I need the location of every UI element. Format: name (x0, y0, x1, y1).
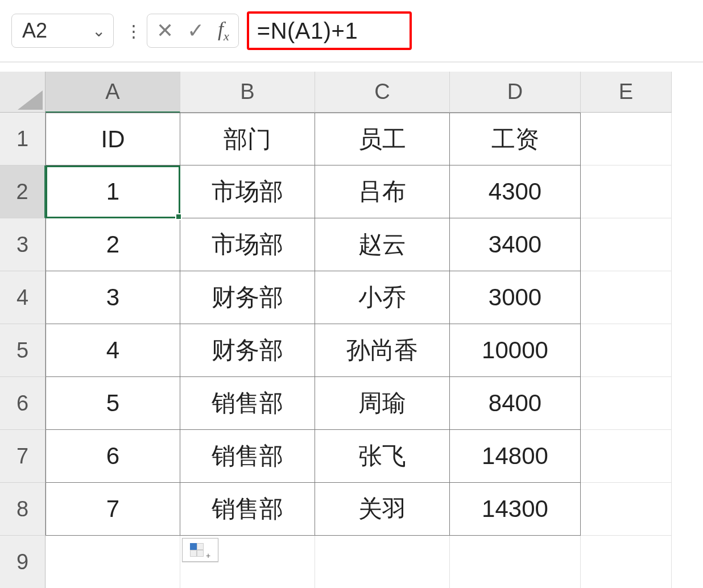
cell-E3[interactable] (581, 218, 672, 271)
cell-B4[interactable]: 财务部 (180, 271, 315, 324)
row-head-8[interactable]: 8 (0, 483, 46, 536)
formula-input[interactable]: =N(A1)+1 (247, 11, 412, 50)
cell-E8[interactable] (581, 483, 672, 536)
cell-A3[interactable]: 2 (46, 218, 180, 271)
cell-D2[interactable]: 4300 (450, 165, 581, 218)
cell-C4[interactable]: 小乔 (315, 271, 450, 324)
cell-E2[interactable] (581, 165, 672, 218)
row-head-4[interactable]: 4 (0, 271, 46, 324)
formula-bar: A2 ⌄ ⋮ ✕ ✓ fx =N(A1)+1 (0, 0, 703, 61)
worksheet-grid[interactable]: A B C D E 1 ID 部门 员工 工资 2 1 市场部 吕布 4300 … (0, 72, 703, 588)
cell-B2[interactable]: 市场部 (180, 165, 315, 218)
cell-B6[interactable]: 销售部 (180, 377, 315, 430)
cell-A9[interactable] (46, 536, 180, 588)
more-icon[interactable]: ⋮ (124, 21, 143, 41)
cell-C5[interactable]: 孙尚香 (315, 324, 450, 377)
cell-C7[interactable]: 张飞 (315, 430, 450, 483)
cell-A4[interactable]: 3 (46, 271, 180, 324)
cell-B5[interactable]: 财务部 (180, 324, 315, 377)
cell-E5[interactable] (581, 324, 672, 377)
cell-D8[interactable]: 14300 (450, 483, 581, 536)
cell-C9[interactable] (315, 536, 450, 588)
cell-A2[interactable]: 1 (46, 165, 180, 218)
divider (0, 61, 703, 63)
cell-D5[interactable]: 10000 (450, 324, 581, 377)
accept-formula-icon[interactable]: ✓ (187, 19, 204, 43)
cell-D1[interactable]: 工资 (450, 113, 581, 165)
cell-B1[interactable]: 部门 (180, 113, 315, 165)
paste-options-button[interactable]: + (182, 538, 218, 562)
cell-D9[interactable] (450, 536, 581, 588)
row-head-1[interactable]: 1 (0, 113, 46, 165)
cell-A1[interactable]: ID (46, 113, 180, 165)
row-head-7[interactable]: 7 (0, 430, 46, 483)
cell-D7[interactable]: 14800 (450, 430, 581, 483)
cell-B3[interactable]: 市场部 (180, 218, 315, 271)
cell-E7[interactable] (581, 430, 672, 483)
fx-icon[interactable]: fx (218, 17, 229, 44)
row-head-3[interactable]: 3 (0, 218, 46, 271)
cell-C1[interactable]: 员工 (315, 113, 450, 165)
col-head-C[interactable]: C (315, 72, 450, 113)
cell-E6[interactable] (581, 377, 672, 430)
cell-C2[interactable]: 吕布 (315, 165, 450, 218)
col-head-A[interactable]: A (46, 72, 180, 113)
paste-options-icon (190, 543, 204, 557)
cell-A8[interactable]: 7 (46, 483, 180, 536)
cell-B7[interactable]: 销售部 (180, 430, 315, 483)
col-head-B[interactable]: B (180, 72, 315, 113)
chevron-down-icon: ⌄ (92, 22, 105, 40)
plus-icon: + (206, 551, 210, 561)
row-head-5[interactable]: 5 (0, 324, 46, 377)
row-head-6[interactable]: 6 (0, 377, 46, 430)
col-head-E[interactable]: E (581, 72, 672, 113)
cell-D6[interactable]: 8400 (450, 377, 581, 430)
cell-E9[interactable] (581, 536, 672, 588)
row-head-2[interactable]: 2 (0, 165, 46, 218)
cell-E4[interactable] (581, 271, 672, 324)
cell-C6[interactable]: 周瑜 (315, 377, 450, 430)
select-all-corner[interactable] (0, 72, 46, 113)
cell-A7[interactable]: 6 (46, 430, 180, 483)
formula-input-highlight: =N(A1)+1 (247, 11, 412, 50)
cell-E1[interactable] (581, 113, 672, 165)
cell-C3[interactable]: 赵云 (315, 218, 450, 271)
formula-buttons: ✕ ✓ fx (147, 14, 239, 48)
cell-A5[interactable]: 4 (46, 324, 180, 377)
cell-B8[interactable]: 销售部 (180, 483, 315, 536)
formula-text: =N(A1)+1 (257, 18, 358, 44)
name-box[interactable]: A2 ⌄ (11, 14, 114, 48)
cell-A6[interactable]: 5 (46, 377, 180, 430)
cell-D4[interactable]: 3000 (450, 271, 581, 324)
name-box-value: A2 (22, 19, 47, 43)
cell-C8[interactable]: 关羽 (315, 483, 450, 536)
cancel-formula-icon[interactable]: ✕ (156, 19, 173, 43)
row-head-9[interactable]: 9 (0, 536, 46, 588)
col-head-D[interactable]: D (450, 72, 581, 113)
cell-D3[interactable]: 3400 (450, 218, 581, 271)
